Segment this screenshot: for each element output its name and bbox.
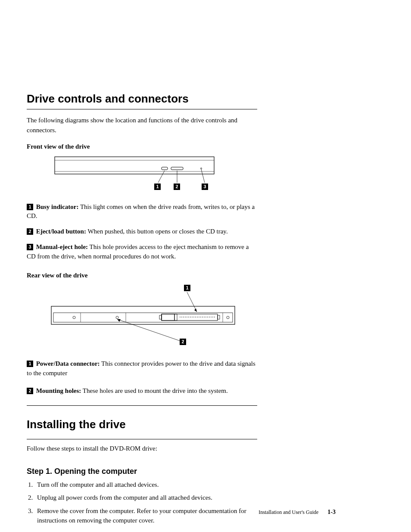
- section-heading-installing: Installing the drive: [27, 416, 257, 433]
- front-view-label: Front view of the drive: [27, 142, 257, 152]
- front-callout-3: 3 Manual-eject hole: This hole provides …: [27, 243, 257, 261]
- list-item: Unplug all power cords from the computer…: [34, 493, 257, 503]
- install-intro: Follow these steps to install the DVD-RO…: [27, 444, 257, 454]
- list-item: Remove the cover from the computer. Refe…: [34, 506, 257, 526]
- step1-heading: Step 1. Opening the computer: [27, 466, 257, 477]
- svg-marker-34: [117, 319, 121, 322]
- footer-text: Installation and User's Guide: [258, 509, 318, 515]
- svg-rect-19: [51, 306, 235, 324]
- front-callout-1: 1 Busy indicator: This light comes on wh…: [27, 202, 257, 221]
- footer-page-number: 1-3: [327, 509, 336, 515]
- svg-rect-32: [218, 315, 220, 319]
- svg-point-23: [227, 316, 229, 319]
- callout-label: Eject/load button:: [36, 228, 86, 235]
- heading-rule: [27, 109, 257, 109]
- svg-rect-3: [162, 167, 168, 170]
- rear-view-diagram: 1 2: [50, 285, 236, 352]
- section-heading-controls: Drive controls and connectors: [27, 90, 257, 107]
- rear-callout-1: 1 Power/Data connector: This connector p…: [27, 359, 257, 378]
- svg-point-21: [73, 316, 75, 319]
- callout-text: These holes are used to mount the drive …: [81, 387, 228, 394]
- svg-text:3: 3: [203, 184, 206, 189]
- heading-rule: [27, 438, 257, 439]
- callout-number-icon: 2: [27, 228, 33, 235]
- svg-text:1: 1: [156, 184, 159, 189]
- front-callout-2: 2 Eject/load button: When pushed, this b…: [27, 227, 257, 236]
- svg-marker-18: [194, 308, 197, 312]
- callout-number-icon: 2: [27, 388, 33, 394]
- svg-rect-4: [171, 167, 183, 170]
- callout-label: Manual-eject hole:: [36, 243, 88, 250]
- callout-text: When pushed, this button opens or closes…: [86, 228, 228, 235]
- callout-number-icon: 3: [27, 244, 33, 250]
- intro-text: The following diagrams show the location…: [27, 115, 257, 135]
- svg-rect-28: [162, 314, 174, 320]
- callout-label: Power/Data connector:: [36, 360, 100, 367]
- step1-list: Turn off the computer and all attached d…: [27, 480, 257, 526]
- list-item: Turn off the computer and all attached d…: [34, 480, 257, 490]
- svg-point-5: [201, 168, 202, 169]
- svg-text:2: 2: [175, 184, 178, 189]
- svg-point-22: [116, 316, 118, 319]
- callout-label: Mounting holes:: [36, 387, 81, 394]
- svg-rect-29: [174, 314, 177, 320]
- callout-number-icon: 1: [27, 361, 33, 367]
- callout-number-icon: 1: [27, 204, 33, 210]
- svg-line-33: [117, 319, 180, 341]
- svg-text:1: 1: [186, 285, 188, 290]
- svg-line-8: [201, 169, 205, 183]
- front-view-diagram: 1 2 3: [50, 156, 218, 195]
- page-footer: Installation and User's Guide 1-3: [258, 507, 336, 516]
- svg-rect-31: [159, 315, 162, 319]
- svg-text:2: 2: [181, 339, 184, 344]
- svg-line-17: [187, 292, 197, 312]
- callout-label: Busy indicator:: [36, 203, 79, 210]
- rear-callout-2: 2 Mounting holes: These holes are used t…: [27, 386, 257, 406]
- svg-line-6: [158, 171, 165, 183]
- rear-view-label: Rear view of the drive: [27, 271, 257, 280]
